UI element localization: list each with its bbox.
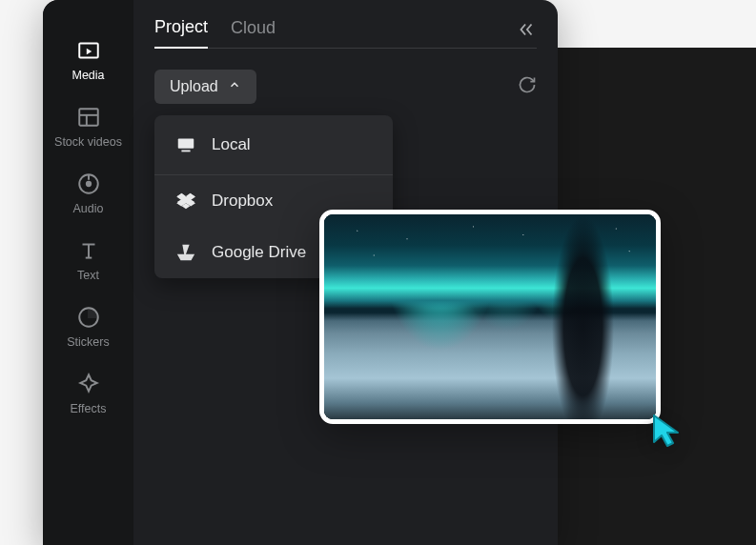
svg-rect-11 [178,139,194,149]
svg-rect-1 [79,109,98,125]
sidebar-item-audio[interactable]: Audio [43,160,133,227]
panel-tabs: Project Cloud [154,17,537,49]
sidebar-item-label: Audio [73,202,104,215]
audio-icon [76,172,101,196]
refresh-button[interactable] [518,75,537,98]
stock-videos-icon [76,105,101,130]
sidebar-item-stickers[interactable]: Stickers [43,293,133,360]
monitor-icon [175,134,196,155]
chevron-up-icon [228,78,241,95]
effects-icon [76,372,101,396]
media-thumbnail[interactable] [319,210,661,424]
cursor-pointer-icon [648,412,686,450]
upload-button[interactable]: Upload [154,70,256,104]
sidebar-item-media[interactable]: Media [43,27,133,93]
thumbnail-image [324,214,656,419]
tab-cloud[interactable]: Cloud [231,18,276,48]
panel-toolbar: Upload [154,70,537,104]
sidebar-item-label: Stock videos [54,135,122,149]
upload-button-label: Upload [170,78,218,95]
svg-rect-12 [181,151,190,152]
dropbox-icon [175,191,196,212]
text-icon [76,238,101,263]
stickers-icon [76,305,101,330]
tool-sidebar: Media Stock videos Audio Text Stickers [43,0,133,545]
svg-point-5 [86,182,90,186]
upload-option-label: Dropbox [212,192,273,211]
upload-option-local[interactable]: Local [154,115,393,175]
sidebar-item-stock-videos[interactable]: Stock videos [43,93,133,160]
sidebar-item-label: Media [72,69,104,82]
tab-project[interactable]: Project [154,17,208,49]
sidebar-item-label: Effects [71,402,107,415]
sidebar-item-effects[interactable]: Effects [43,360,133,427]
sidebar-item-label: Text [77,269,99,282]
upload-option-label: Local [212,135,251,154]
sidebar-item-text[interactable]: Text [43,227,133,293]
collapse-panel-button[interactable] [516,19,537,44]
media-icon [76,38,101,63]
sidebar-item-label: Stickers [67,335,109,349]
google-drive-icon [175,242,196,263]
upload-option-label: Google Drive [212,243,306,262]
